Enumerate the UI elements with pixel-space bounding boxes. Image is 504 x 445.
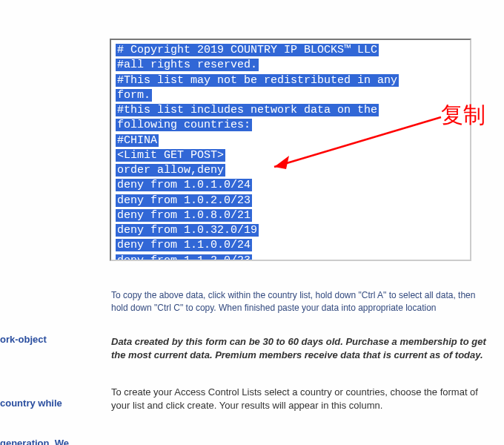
left-fragment-2: country while	[0, 398, 62, 409]
textarea-line: deny from 1.0.2.0/23	[116, 194, 465, 208]
textarea-line: #This list may not be redistributed in a…	[116, 73, 465, 88]
copy-instructions: To copy the above data, click within the…	[111, 289, 489, 315]
textarea-line: deny from 1.0.1.0/24	[116, 178, 465, 193]
ip-block-list-container: # Copyright 2019 COUNTRY IP BLOCKS™ LLC#…	[110, 39, 471, 261]
membership-note: Data created by this form can be 30 to 6…	[111, 335, 489, 362]
left-fragment-1: ork-object	[0, 334, 47, 345]
textarea-line: #this list includes network data on the	[116, 103, 465, 118]
textarea-line: deny from 1.1.2.0/23	[116, 254, 465, 262]
left-fragment-3: generation. We	[0, 438, 69, 445]
textarea-line: deny from 1.0.8.0/21	[116, 208, 465, 223]
textarea-line: following countries:	[116, 118, 465, 133]
textarea-line: #all rights reserved.	[116, 58, 465, 73]
textarea-line: #CHINA	[116, 134, 465, 148]
textarea-line: deny from 1.1.0.0/24	[116, 238, 465, 253]
textarea-line: <Limit GET POST>	[116, 148, 465, 163]
textarea-line: # Copyright 2019 COUNTRY IP BLOCKS™ LLC	[116, 43, 465, 58]
annotation-copy-label: 复制	[441, 100, 485, 131]
ip-block-list-textarea[interactable]: # Copyright 2019 COUNTRY IP BLOCKS™ LLC#…	[110, 39, 471, 261]
textarea-line: deny from 1.0.32.0/19	[116, 223, 465, 238]
textarea-line: order allow,deny	[116, 163, 465, 178]
acl-instructions: To create your Access Control Lists sele…	[111, 386, 489, 412]
textarea-line: form.	[116, 88, 465, 103]
